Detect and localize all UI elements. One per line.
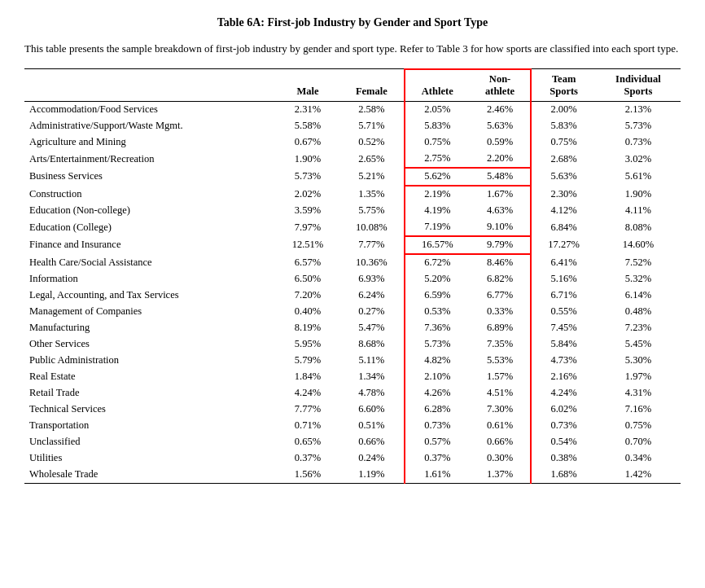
col-header-male: Male xyxy=(276,69,339,102)
cell-female: 1.35% xyxy=(339,186,405,203)
col-header-nonathlete: Non-athlete xyxy=(470,69,532,102)
cell-nonathlete: 1.67% xyxy=(470,186,532,203)
cell-female: 5.47% xyxy=(339,320,405,336)
cell-industry: Arts/Entertainment/Recreation xyxy=(24,151,276,168)
cell-athlete: 2.19% xyxy=(405,186,470,203)
cell-female: 6.60% xyxy=(339,402,405,418)
cell-female: 0.27% xyxy=(339,304,405,320)
table-row: Construction2.02%1.35%2.19%1.67%2.30%1.9… xyxy=(24,186,681,203)
table-row: Unclassified0.65%0.66%0.57%0.66%0.54%0.7… xyxy=(24,434,681,450)
cell-team-sports: 4.24% xyxy=(531,385,595,402)
cell-male: 6.50% xyxy=(276,271,339,287)
cell-individual-sports: 1.97% xyxy=(596,369,681,385)
cell-male: 7.77% xyxy=(276,402,339,418)
cell-athlete: 0.57% xyxy=(405,434,470,450)
cell-male: 2.31% xyxy=(276,101,339,118)
cell-nonathlete: 0.33% xyxy=(470,304,532,320)
cell-industry: Real Estate xyxy=(24,369,276,385)
cell-athlete: 0.53% xyxy=(405,304,470,320)
cell-female: 1.19% xyxy=(339,467,405,484)
cell-male: 0.65% xyxy=(276,434,339,450)
cell-team-sports: 0.54% xyxy=(531,434,595,450)
cell-individual-sports: 14.60% xyxy=(596,236,681,254)
table-row: Administrative/Support/Waste Mgmt.5.58%5… xyxy=(24,118,681,134)
cell-female: 10.36% xyxy=(339,254,405,271)
cell-industry: Business Services xyxy=(24,168,276,186)
cell-male: 0.37% xyxy=(276,450,339,467)
cell-female: 0.52% xyxy=(339,134,405,151)
cell-athlete: 5.83% xyxy=(405,118,470,134)
table-row: Accommodation/Food Services2.31%2.58%2.0… xyxy=(24,101,681,118)
cell-nonathlete: 0.30% xyxy=(470,450,532,467)
cell-nonathlete: 2.20% xyxy=(470,151,532,168)
cell-athlete: 7.19% xyxy=(405,219,470,236)
cell-female: 2.58% xyxy=(339,101,405,118)
cell-team-sports: 0.73% xyxy=(531,418,595,434)
cell-team-sports: 5.63% xyxy=(531,168,595,186)
cell-female: 7.77% xyxy=(339,236,405,254)
table-row: Health Care/Social Assistance6.57%10.36%… xyxy=(24,254,681,271)
cell-athlete: 6.59% xyxy=(405,287,470,304)
cell-individual-sports: 4.31% xyxy=(596,385,681,402)
cell-industry: Other Services xyxy=(24,336,276,353)
main-table: Male Female Athlete Non-athlete TeamSpor… xyxy=(24,68,681,484)
table-row: Agriculture and Mining0.67%0.52%0.75%0.5… xyxy=(24,134,681,151)
cell-male: 2.02% xyxy=(276,186,339,203)
col-header-athlete: Athlete xyxy=(405,69,470,102)
table-row: Management of Companies0.40%0.27%0.53%0.… xyxy=(24,304,681,320)
cell-nonathlete: 9.10% xyxy=(470,219,532,236)
table-row: Utilities0.37%0.24%0.37%0.30%0.38%0.34% xyxy=(24,450,681,467)
cell-male: 4.24% xyxy=(276,385,339,402)
cell-male: 1.56% xyxy=(276,467,339,484)
cell-nonathlete: 6.89% xyxy=(470,320,532,336)
cell-female: 2.65% xyxy=(339,151,405,168)
cell-athlete: 1.61% xyxy=(405,467,470,484)
cell-nonathlete: 0.61% xyxy=(470,418,532,434)
cell-athlete: 7.36% xyxy=(405,320,470,336)
cell-nonathlete: 0.59% xyxy=(470,134,532,151)
cell-male: 7.97% xyxy=(276,219,339,236)
cell-athlete: 2.10% xyxy=(405,369,470,385)
cell-individual-sports: 0.48% xyxy=(596,304,681,320)
cell-athlete: 4.19% xyxy=(405,203,470,219)
table-row: Technical Services7.77%6.60%6.28%7.30%6.… xyxy=(24,402,681,418)
cell-individual-sports: 0.70% xyxy=(596,434,681,450)
cell-industry: Accommodation/Food Services xyxy=(24,101,276,118)
table-row: Education (College)7.97%10.08%7.19%9.10%… xyxy=(24,219,681,236)
cell-individual-sports: 7.23% xyxy=(596,320,681,336)
cell-industry: Construction xyxy=(24,186,276,203)
cell-nonathlete: 4.51% xyxy=(470,385,532,402)
cell-male: 12.51% xyxy=(276,236,339,254)
cell-individual-sports: 3.02% xyxy=(596,151,681,168)
cell-female: 10.08% xyxy=(339,219,405,236)
cell-industry: Utilities xyxy=(24,450,276,467)
cell-individual-sports: 0.34% xyxy=(596,450,681,467)
cell-female: 6.93% xyxy=(339,271,405,287)
cell-female: 0.24% xyxy=(339,450,405,467)
cell-individual-sports: 7.52% xyxy=(596,254,681,271)
cell-team-sports: 1.68% xyxy=(531,467,595,484)
cell-individual-sports: 5.73% xyxy=(596,118,681,134)
cell-industry: Manufacturing xyxy=(24,320,276,336)
cell-team-sports: 5.84% xyxy=(531,336,595,353)
cell-male: 5.73% xyxy=(276,168,339,186)
cell-individual-sports: 7.16% xyxy=(596,402,681,418)
cell-industry: Finance and Insurance xyxy=(24,236,276,254)
cell-team-sports: 4.12% xyxy=(531,203,595,219)
cell-nonathlete: 6.82% xyxy=(470,271,532,287)
cell-nonathlete: 5.48% xyxy=(470,168,532,186)
cell-individual-sports: 8.08% xyxy=(596,219,681,236)
table-row: Legal, Accounting, and Tax Services7.20%… xyxy=(24,287,681,304)
cell-male: 6.57% xyxy=(276,254,339,271)
col-header-female: Female xyxy=(339,69,405,102)
cell-male: 0.67% xyxy=(276,134,339,151)
cell-female: 4.78% xyxy=(339,385,405,402)
cell-male: 0.71% xyxy=(276,418,339,434)
cell-industry: Management of Companies xyxy=(24,304,276,320)
cell-team-sports: 17.27% xyxy=(531,236,595,254)
table-row: Business Services5.73%5.21%5.62%5.48%5.6… xyxy=(24,168,681,186)
cell-team-sports: 2.00% xyxy=(531,101,595,118)
cell-athlete: 0.75% xyxy=(405,134,470,151)
table-row: Transportation0.71%0.51%0.73%0.61%0.73%0… xyxy=(24,418,681,434)
cell-athlete: 16.57% xyxy=(405,236,470,254)
